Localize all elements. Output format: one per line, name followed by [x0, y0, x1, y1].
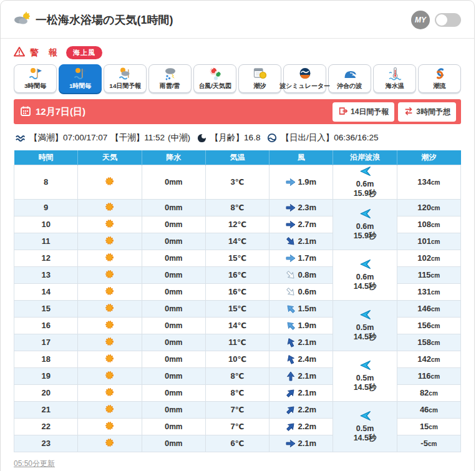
tide-cell: 142cm	[397, 351, 460, 367]
precip-cell: 0mm	[142, 165, 205, 199]
wave-period: 15.9秒	[354, 189, 377, 198]
warning-link[interactable]: 警 報	[30, 47, 61, 59]
wind-arrow-icon	[286, 371, 296, 381]
wind-arrow-icon	[284, 234, 298, 248]
tab-label: 沖合の波	[337, 82, 362, 90]
wave-height: 0.5m	[356, 424, 374, 434]
hour-cell: 15	[14, 300, 78, 317]
precip-cell: 0mm	[142, 435, 205, 452]
precip-cell: 0mm	[142, 401, 205, 418]
wind-cell: 2.4m	[270, 351, 333, 367]
temp-cell: 11℃	[205, 334, 269, 351]
tab-seatemp[interactable]: 海水温	[373, 64, 416, 93]
temp-cell: 8℃	[205, 199, 269, 216]
wind-cell: 2.3m	[270, 199, 333, 216]
wind-arrow-icon	[286, 220, 296, 230]
tab-tide[interactable]: 潮汐	[238, 64, 281, 93]
tab-wavesim[interactable]: 波シミュレーター	[283, 64, 326, 93]
sunny-icon	[104, 339, 115, 349]
sunny-icon	[104, 205, 115, 214]
three-hour-forecast-button[interactable]: 3時間予想	[398, 102, 456, 122]
high-tide-info: 【満潮】07:00/17:07	[29, 132, 107, 143]
my-toggle[interactable]	[435, 13, 461, 27]
coastal-wave-cell: 0.5m14.5秒	[333, 351, 397, 401]
wave-period: 14.5秒	[354, 434, 377, 443]
hour-cell: 9	[14, 199, 78, 216]
wind-arrow-icon	[286, 253, 296, 263]
wind-arrow-icon	[286, 203, 296, 213]
fourteen-day-forecast-button[interactable]: 14日間予報	[333, 102, 394, 122]
precip-cell: 0mm	[142, 384, 205, 401]
tide-cell: 120cm	[397, 199, 460, 216]
weather-cell	[78, 401, 142, 418]
tab-raincloud[interactable]: 雨雲/雷	[148, 64, 192, 93]
tab-label: 潮流	[434, 82, 446, 90]
sunny-icon	[104, 238, 115, 248]
sunny-icon	[104, 424, 115, 433]
my-button[interactable]: MY	[411, 11, 430, 29]
column-header-5: 沿岸波浪	[333, 150, 397, 165]
updated-time-link[interactable]: 05:50分更新	[14, 459, 55, 469]
tab-typhoon[interactable]: 台風/天気図	[193, 64, 236, 93]
sun-cloud-icon	[118, 66, 133, 82]
wind-cell: 2.7m	[270, 216, 333, 233]
tide-cell: 102cm	[397, 250, 460, 266]
tab-1hourly[interactable]: 1時間毎	[59, 64, 102, 93]
wind-arrow-icon	[284, 301, 298, 316]
sun-windsock-icon	[28, 66, 43, 82]
sunny-icon	[104, 272, 115, 281]
coastal-wave-cell: 0.6m14.5秒	[333, 250, 397, 300]
temp-cell: 16℃	[205, 283, 269, 300]
tab-label: 海水温	[386, 82, 404, 90]
sunny-icon	[104, 289, 115, 298]
wind-arrow-icon	[284, 336, 298, 349]
wave-direction-left-icon	[359, 360, 372, 373]
temp-cell: 6℃	[205, 435, 269, 452]
hour-cell: 10	[14, 216, 78, 233]
weather-cell	[78, 250, 142, 266]
precip-cell: 0mm	[142, 317, 205, 334]
page-header: 一松海水浴場の天気(1時間) MY	[14, 1, 461, 29]
sunny-icon	[104, 179, 115, 188]
sunny-icon	[104, 306, 115, 315]
tab-14day[interactable]: 14日間予報	[104, 64, 147, 93]
wind-cell: 2.2m	[270, 401, 333, 418]
tide-phase: (中潮)	[168, 132, 190, 143]
wind-speed: 2.1m	[298, 337, 316, 347]
sea-wind-warning-badge[interactable]: 海上風	[66, 46, 102, 59]
wind-speed: 2.7m	[298, 220, 316, 229]
tab-bar: 3時間毎1時間毎14日間予報雨雲/雷台風/天気図潮汐波シミュレーター沖合の波海水…	[14, 64, 461, 93]
temp-cell: 3℃	[205, 165, 269, 199]
weather-cell	[78, 418, 142, 435]
precip-cell: 0mm	[142, 334, 205, 351]
weather-page: 一松海水浴場の天気(1時間) MY 警 報 海上風 3時間毎1時間毎14日間予報…	[0, 0, 475, 471]
column-header-6: 潮汐	[397, 150, 460, 165]
weather-cell	[78, 216, 142, 233]
wind-arrow-icon	[286, 439, 296, 449]
column-header-0: 時間	[14, 150, 78, 165]
precip-cell: 0mm	[142, 418, 205, 435]
tide-wave-icon	[15, 133, 26, 143]
tide-cell: 134cm	[397, 165, 460, 199]
tab-3hourly[interactable]: 3時間毎	[14, 64, 57, 93]
weather-cell	[78, 165, 142, 199]
sunrise-icon	[267, 133, 277, 143]
wind-speed: 1.9m	[298, 177, 316, 187]
column-header-1: 天気	[78, 150, 142, 165]
wind-speed: 2.1m	[298, 371, 316, 381]
wind-speed: 2.4m	[298, 354, 316, 364]
precip-cell: 0mm	[142, 300, 205, 317]
tide-cell: 156cm	[397, 317, 460, 334]
precip-cell: 0mm	[142, 216, 205, 233]
tide-calendar-icon	[253, 66, 268, 82]
coastal-wave-cell: 0.5m14.5秒	[333, 300, 397, 351]
wind-arrow-icon	[284, 284, 298, 299]
hour-cell: 20	[14, 384, 78, 401]
weather-cell	[78, 351, 142, 367]
wave-height: 0.6m	[356, 273, 374, 282]
tide-cell: 131cm	[397, 283, 460, 300]
wind-speed: 0.6m	[298, 287, 316, 296]
temp-cell: 14℃	[205, 317, 269, 334]
tab-current[interactable]: 潮流	[418, 64, 461, 93]
tab-offshorewave[interactable]: 沖合の波	[328, 64, 371, 93]
